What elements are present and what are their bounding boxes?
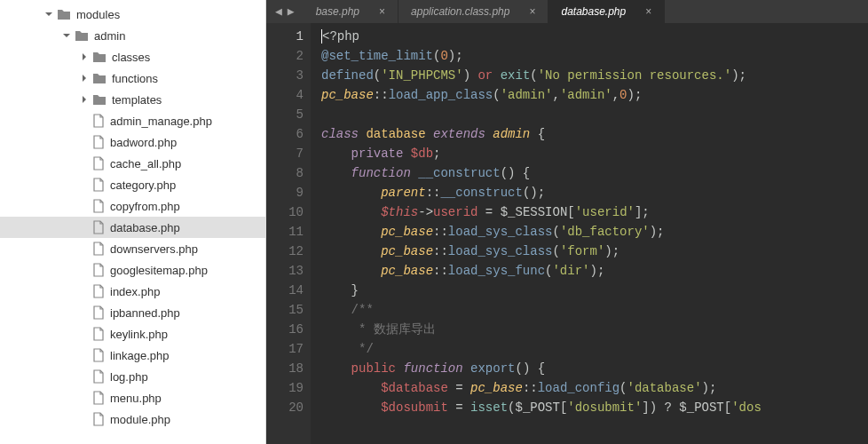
tree-item-label: database.php <box>110 221 180 234</box>
folder-item[interactable]: admin <box>0 25 265 46</box>
file-item[interactable]: keylink.php <box>0 323 265 345</box>
expand-arrow-icon <box>80 116 89 125</box>
tree-item-label: modules <box>76 8 120 21</box>
file-item[interactable]: category.php <box>0 174 265 195</box>
close-icon[interactable]: × <box>645 5 651 18</box>
code-line[interactable]: $database = pc_base::load_config('databa… <box>321 378 868 398</box>
folder-item[interactable]: modules <box>0 4 265 25</box>
tree-item-label: linkage.php <box>110 349 170 362</box>
code-editor[interactable]: <?php@set_time_limit(0);defined('IN_PHPC… <box>311 23 868 444</box>
editor-tab[interactable]: base.php× <box>304 0 398 23</box>
file-icon <box>92 391 105 405</box>
file-item[interactable]: ipbanned.php <box>0 302 265 323</box>
file-item[interactable]: index.php <box>0 281 265 302</box>
file-icon <box>92 199 105 213</box>
tab-label: application.class.php <box>411 5 509 18</box>
tree-item-label: module.php <box>110 413 170 426</box>
file-item[interactable]: cache_all.php <box>0 153 265 174</box>
folder-icon <box>75 29 89 42</box>
code-line[interactable]: /** <box>321 300 868 320</box>
code-line[interactable]: $this->userid = $_SESSION['userid']; <box>321 202 868 222</box>
file-item[interactable]: database.php <box>0 217 265 238</box>
folder-icon <box>92 72 107 84</box>
file-item[interactable]: googlesitemap.php <box>0 259 265 281</box>
file-icon <box>92 327 105 341</box>
file-item[interactable]: admin_manage.php <box>0 110 265 131</box>
expand-arrow-icon <box>80 393 89 402</box>
code-line[interactable]: parent::__construct(); <box>321 183 868 202</box>
file-icon <box>92 220 105 234</box>
expand-arrow-icon[interactable] <box>80 95 89 104</box>
file-icon <box>92 242 105 256</box>
code-line[interactable]: class database extends admin { <box>321 124 868 144</box>
tab-label: database.php <box>561 5 626 18</box>
file-item[interactable]: menu.php <box>0 387 265 408</box>
expand-arrow-icon <box>80 202 89 210</box>
tree-item-label: category.php <box>110 178 176 192</box>
line-gutter: 1234567891011121314151617181920 <box>266 23 311 444</box>
file-item[interactable]: module.php <box>0 408 265 430</box>
tree-item-label: functions <box>112 72 158 85</box>
folder-icon <box>57 8 71 20</box>
file-item[interactable]: log.php <box>0 366 265 387</box>
expand-arrow-icon <box>80 138 89 147</box>
folder-icon <box>92 51 107 63</box>
code-line[interactable]: public function export() { <box>321 359 868 378</box>
file-icon <box>92 305 105 320</box>
expand-arrow-icon <box>80 329 89 338</box>
folder-item[interactable]: functions <box>0 67 265 89</box>
expand-arrow-icon <box>80 223 89 232</box>
expand-arrow-icon <box>80 351 89 360</box>
folder-item[interactable]: templates <box>0 89 265 110</box>
code-line[interactable]: pc_base::load_sys_func('dir'); <box>321 261 868 281</box>
expand-arrow-icon[interactable] <box>44 10 53 19</box>
nav-forward-icon[interactable]: ▶ <box>288 4 295 19</box>
editor-tab[interactable]: application.class.php× <box>398 0 548 23</box>
tab-label: base.php <box>316 5 359 18</box>
file-tree-sidebar[interactable]: modulesadminclassesfunctionstemplatesadm… <box>0 0 266 444</box>
file-item[interactable]: linkage.php <box>0 345 265 366</box>
code-line[interactable] <box>321 105 868 124</box>
file-icon <box>92 284 105 298</box>
expand-arrow-icon[interactable] <box>80 74 89 83</box>
tree-item-label: keylink.php <box>110 328 168 341</box>
file-item[interactable]: copyfrom.php <box>0 195 265 217</box>
expand-arrow-icon[interactable] <box>80 52 89 61</box>
code-line[interactable]: @set_time_limit(0); <box>321 46 868 66</box>
editor-tab[interactable]: database.php× <box>548 0 665 23</box>
expand-arrow-icon <box>80 180 89 189</box>
code-line[interactable]: $dosubmit = isset($_POST['dosubmit']) ? … <box>321 398 868 417</box>
folder-item[interactable]: classes <box>0 46 265 67</box>
file-icon <box>92 263 105 277</box>
file-item[interactable]: downservers.php <box>0 238 265 259</box>
expand-arrow-icon <box>80 287 89 296</box>
code-line[interactable]: function __construct() { <box>321 163 868 183</box>
file-item[interactable]: badword.php <box>0 131 265 153</box>
tree-item-label: copyfrom.php <box>110 200 180 213</box>
tab-bar: ◀ ▶ base.php×application.class.php×datab… <box>266 0 868 23</box>
tree-item-label: templates <box>112 93 162 107</box>
code-line[interactable]: pc_base::load_sys_class('db_factory'); <box>321 222 868 242</box>
tree-item-label: classes <box>112 51 150 64</box>
code-line[interactable]: pc_base::load_app_class('admin','admin',… <box>321 85 868 105</box>
code-line[interactable]: * 数据库导出 <box>321 320 868 339</box>
code-line[interactable]: private $db; <box>321 144 868 163</box>
expand-arrow-icon <box>80 372 89 381</box>
tree-item-label: menu.php <box>110 392 162 405</box>
editor-area: ◀ ▶ base.php×application.class.php×datab… <box>266 0 868 444</box>
file-icon <box>92 114 105 128</box>
close-icon[interactable]: × <box>379 5 385 18</box>
tree-item-label: googlesitemap.php <box>110 264 208 277</box>
close-icon[interactable]: × <box>529 5 535 18</box>
code-line[interactable]: defined('IN_PHPCMS') or exit('No permiss… <box>321 66 868 85</box>
code-line[interactable]: } <box>321 281 868 300</box>
code-line[interactable]: */ <box>321 339 868 359</box>
code-line[interactable]: pc_base::load_sys_class('form'); <box>321 242 868 261</box>
file-icon <box>92 369 105 384</box>
code-line[interactable]: <?php <box>321 27 868 46</box>
expand-arrow-icon <box>80 415 89 424</box>
expand-arrow-icon[interactable] <box>62 31 71 40</box>
tree-item-label: admin <box>94 29 125 43</box>
nav-back-icon[interactable]: ◀ <box>275 4 282 19</box>
file-icon <box>92 348 105 362</box>
